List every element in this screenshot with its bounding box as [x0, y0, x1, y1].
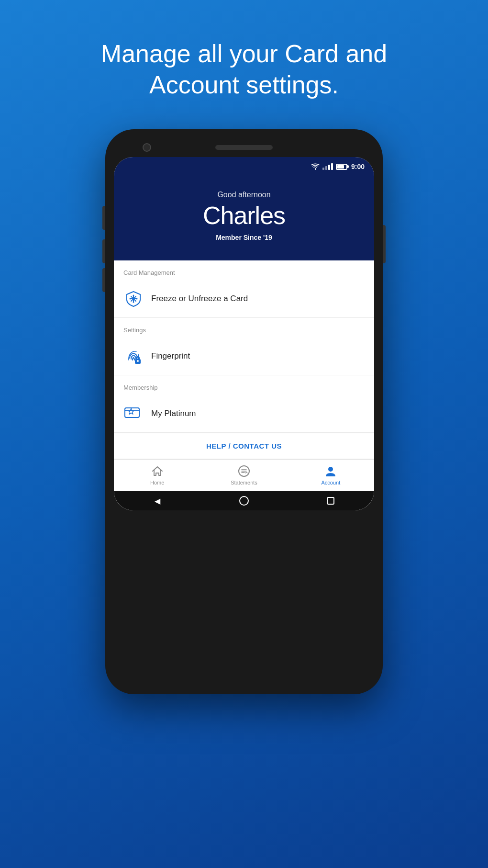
member-since: Member Since '19: [123, 234, 365, 241]
recents-button[interactable]: [325, 496, 336, 506]
phone-camera: [143, 143, 151, 152]
svg-point-17: [328, 467, 333, 472]
section-label-settings: Settings: [114, 318, 374, 338]
svg-point-5: [133, 302, 134, 303]
svg-point-6: [130, 298, 131, 300]
nav-home-label: Home: [150, 480, 164, 485]
statements-icon: [237, 464, 251, 478]
phone-outer: 9:00 Good afternoon Charles Member Since…: [105, 129, 383, 694]
nav-account-label: Account: [321, 480, 340, 485]
app-content: Card Management: [114, 260, 374, 491]
svg-rect-10: [125, 408, 139, 417]
svg-point-4: [133, 295, 134, 296]
back-button[interactable]: ◀: [152, 496, 163, 506]
app-header: Good afternoon Charles Member Since '19: [114, 176, 374, 260]
nav-item-account[interactable]: Account: [288, 464, 374, 485]
home-button[interactable]: [239, 496, 249, 506]
my-platinum-icon: [123, 404, 144, 424]
wifi-icon: [311, 163, 320, 170]
fingerprint-icon: [123, 346, 144, 366]
nav-statements-label: Statements: [231, 480, 257, 485]
fingerprint-label: Fingerprint: [151, 351, 190, 361]
menu-item-freeze-card[interactable]: Freeze or Unfreeze a Card: [114, 280, 374, 318]
freeze-card-label: Freeze or Unfreeze a Card: [151, 294, 248, 304]
headline-line2: Account settings.: [149, 71, 339, 99]
svg-rect-19: [327, 497, 334, 504]
battery-icon: [336, 164, 347, 170]
home-icon: [151, 464, 164, 478]
help-contact-button[interactable]: HELP / CONTACT US: [114, 433, 374, 459]
account-icon: [324, 464, 337, 478]
status-time: 9:00: [351, 163, 365, 170]
section-label-membership: Membership: [114, 375, 374, 395]
bottom-nav: Home Statements: [114, 459, 374, 491]
svg-point-18: [240, 496, 248, 505]
headline-line1: Manage all your Card and: [101, 40, 387, 68]
greeting-text: Good afternoon: [123, 191, 365, 199]
phone-mockup: 9:00 Good afternoon Charles Member Since…: [105, 129, 383, 694]
my-platinum-label: My Platinum: [151, 409, 196, 418]
status-icons: [311, 163, 347, 170]
section-label-card-management: Card Management: [114, 260, 374, 280]
freeze-card-icon: [123, 289, 144, 309]
signal-icon: [322, 163, 333, 170]
user-name: Charles: [123, 201, 365, 230]
menu-item-my-platinum[interactable]: My Platinum: [114, 395, 374, 433]
svg-point-7: [136, 298, 138, 300]
nav-item-statements[interactable]: Statements: [200, 464, 287, 485]
phone-top-bar: [114, 138, 374, 157]
help-button-label: HELP / CONTACT US: [206, 442, 282, 450]
phone-speaker: [215, 145, 273, 150]
nav-item-home[interactable]: Home: [114, 464, 200, 485]
page-headline: Manage all your Card and Account setting…: [72, 38, 416, 101]
svg-point-9: [137, 360, 139, 362]
phone-bottom-bar: ◀: [114, 491, 374, 510]
status-bar: 9:00: [114, 157, 374, 176]
phone-screen: 9:00 Good afternoon Charles Member Since…: [114, 157, 374, 510]
menu-item-fingerprint[interactable]: Fingerprint: [114, 338, 374, 375]
